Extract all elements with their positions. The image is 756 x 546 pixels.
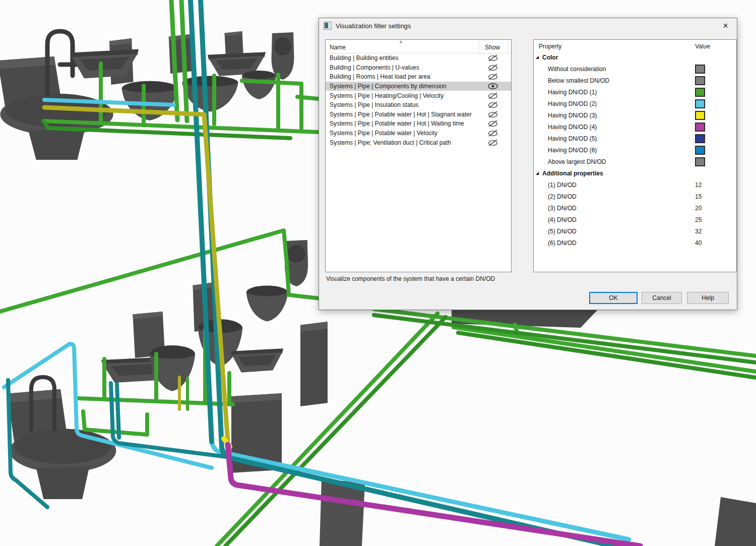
property-row[interactable]: Having DN/OD (2): [534, 98, 736, 110]
sort-ascending-icon: ∧: [399, 39, 403, 44]
color-swatch[interactable]: [695, 88, 705, 97]
property-panel: Property Value ◢ColorWithout considerati…: [533, 39, 737, 272]
wall-slab: [715, 497, 756, 546]
property-rows: ◢ColorWithout considerationBelow smalles…: [534, 52, 736, 249]
filter-row-label: Systems | Pipe | Insulation status: [326, 101, 479, 108]
urinal-model: [272, 32, 294, 80]
filter-row-label: Building | Components | U-values: [326, 64, 479, 71]
property-label: Above largest DN/OD: [548, 158, 606, 165]
description-text: Visualize components of the system that …: [326, 275, 495, 282]
color-swatch[interactable]: [695, 157, 705, 166]
color-swatch[interactable]: [695, 134, 705, 143]
property-row[interactable]: (6) DN/OD40: [534, 237, 736, 249]
property-row[interactable]: (3) DN/OD20: [534, 203, 736, 214]
visibility-off-icon[interactable]: [479, 92, 507, 99]
color-swatch[interactable]: [695, 76, 705, 85]
filter-row-label: Systems | Pipe | Potable water | Velocit…: [326, 130, 479, 137]
property-group-label: Color: [542, 54, 558, 61]
collapse-triangle-icon[interactable]: ◢: [536, 55, 539, 59]
property-row[interactable]: (5) DN/OD32: [534, 226, 736, 237]
visibility-on-icon[interactable]: [479, 83, 507, 90]
column-header-value: Value: [695, 43, 710, 50]
property-row[interactable]: Below smallest DN/OD: [534, 75, 736, 87]
visualization-filter-settings-dialog: Visualization filter settings × ∧ Name S…: [319, 18, 737, 310]
property-value[interactable]: 32: [695, 228, 702, 235]
help-button[interactable]: Help: [687, 292, 729, 304]
ok-button[interactable]: OK: [589, 292, 638, 304]
filter-row-label: Systems | Pipe | Heating/Cooling | Veloc…: [326, 92, 479, 99]
property-value[interactable]: 25: [695, 216, 702, 223]
property-value[interactable]: 40: [695, 239, 702, 247]
property-row[interactable]: (1) DN/OD12: [534, 179, 736, 191]
visibility-off-icon[interactable]: [479, 120, 507, 127]
property-value[interactable]: 15: [695, 193, 702, 200]
property-label: Having DN/OD (6): [548, 147, 597, 154]
property-row[interactable]: (2) DN/OD15: [534, 191, 736, 203]
cancel-button[interactable]: Cancel: [642, 292, 682, 304]
property-group-header[interactable]: ◢Color: [534, 52, 736, 64]
filter-row[interactable]: Systems | Pipe | Potable water | Hot | W…: [326, 119, 511, 129]
color-swatch[interactable]: [695, 99, 705, 108]
filter-row[interactable]: Systems | Pipe; Ventilation duct | Criti…: [326, 138, 511, 147]
filter-row[interactable]: Systems | Pipe | Potable water | Hot | S…: [326, 110, 511, 119]
close-icon: ×: [723, 21, 728, 31]
filter-row-label: Systems | Pipe; Ventilation duct | Criti…: [326, 139, 479, 146]
property-row[interactable]: Above largest DN/OD: [534, 156, 736, 168]
property-value[interactable]: 20: [695, 205, 702, 212]
visibility-off-icon[interactable]: [479, 111, 507, 118]
property-label: (2) DN/OD: [548, 193, 577, 200]
column-header-show[interactable]: Show: [479, 40, 508, 53]
column-header-property: Property: [539, 43, 561, 50]
color-swatch[interactable]: [695, 65, 705, 74]
filter-row-label: Systems | Pipe | Components by dimension: [326, 83, 479, 90]
color-value-cell: [695, 65, 705, 74]
color-value-cell: [695, 88, 705, 97]
filter-row-label: Systems | Pipe | Potable water | Hot | S…: [326, 111, 479, 118]
property-label: (1) DN/OD: [548, 181, 577, 189]
filter-row[interactable]: Building | Building entities: [326, 53, 511, 63]
dialog-app-icon: [324, 22, 332, 30]
property-label: (6) DN/OD: [548, 239, 577, 247]
color-swatch[interactable]: [695, 146, 705, 155]
property-value[interactable]: 12: [695, 181, 702, 189]
filter-row[interactable]: Systems | Pipe | Insulation status: [326, 100, 511, 110]
color-value-cell: [695, 157, 705, 166]
color-value-cell: [695, 76, 705, 85]
property-group-header[interactable]: ◢Additional properties: [534, 168, 736, 179]
visibility-off-icon[interactable]: [479, 101, 507, 108]
property-row[interactable]: Having DN/OD (3): [534, 110, 736, 122]
property-label: (3) DN/OD: [548, 205, 577, 212]
column-name-label: Name: [330, 44, 346, 51]
filter-row[interactable]: Building | Rooms | Heat load per area: [326, 72, 511, 82]
dialog-titlebar[interactable]: Visualization filter settings ×: [319, 18, 737, 33]
color-value-cell: [695, 111, 705, 120]
property-row[interactable]: Without consideration: [534, 64, 736, 75]
property-label: (4) DN/OD: [548, 216, 577, 223]
filter-row[interactable]: Systems | Pipe | Potable water | Velocit…: [326, 129, 511, 138]
property-row[interactable]: Having DN/OD (4): [534, 122, 736, 133]
color-swatch[interactable]: [695, 111, 705, 120]
property-row[interactable]: (4) DN/OD25: [534, 214, 736, 226]
filter-row[interactable]: Systems | Pipe | Components by dimension: [326, 82, 511, 91]
filter-row[interactable]: Building | Components | U-values: [326, 63, 511, 73]
close-button[interactable]: ×: [714, 19, 737, 33]
visibility-off-icon[interactable]: [479, 64, 507, 71]
visibility-off-icon[interactable]: [479, 130, 507, 137]
visibility-off-icon[interactable]: [479, 139, 507, 146]
color-value-cell: [695, 99, 705, 108]
visibility-off-icon[interactable]: [479, 54, 507, 62]
property-label: Having DN/OD (3): [548, 112, 597, 119]
filter-row-label: Building | Building entities: [326, 54, 479, 62]
property-row[interactable]: Having DN/OD (1): [534, 87, 736, 98]
color-swatch[interactable]: [695, 123, 705, 132]
property-row[interactable]: Having DN/OD (6): [534, 145, 736, 156]
filter-row-label: Building | Rooms | Heat load per area: [326, 73, 479, 80]
filter-list-panel: ∧ Name Show Building | Building entities…: [325, 39, 512, 272]
collapse-triangle-icon[interactable]: ◢: [536, 171, 539, 175]
filter-rows: Building | Building entitiesBuilding | C…: [326, 53, 511, 147]
filter-row[interactable]: Systems | Pipe | Heating/Cooling | Veloc…: [326, 91, 511, 100]
property-label: Below smallest DN/OD: [548, 77, 609, 84]
visibility-off-icon[interactable]: [479, 73, 507, 80]
column-header-name[interactable]: ∧ Name: [326, 40, 479, 53]
property-row[interactable]: Having DN/OD (5): [534, 133, 736, 145]
